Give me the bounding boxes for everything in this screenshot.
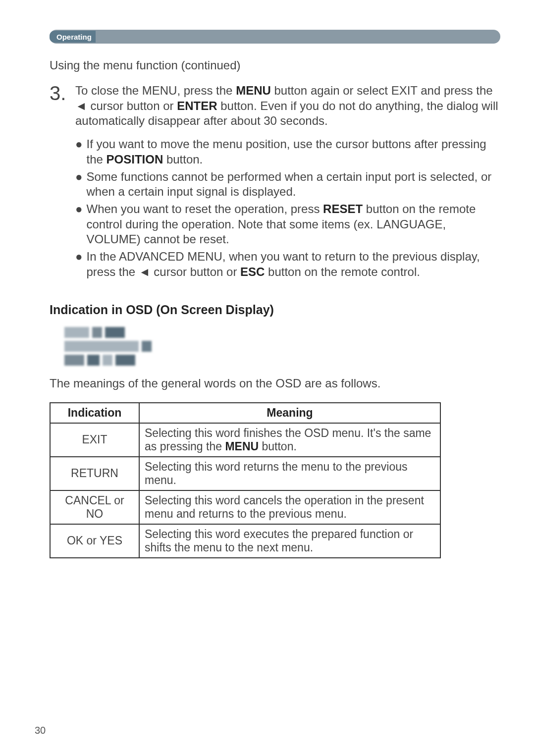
section-label: Operating — [50, 31, 96, 43]
bullet-item: ●When you want to reset the operation, p… — [75, 202, 500, 247]
meaning-cell: Selecting this word cancels the operatio… — [139, 490, 440, 524]
table-row: CANCEL or NOSelecting this word cancels … — [50, 490, 440, 524]
table-row: EXITSelecting this word finishes the OSD… — [50, 423, 440, 457]
osd-table: Indication Meaning EXITSelecting this wo… — [50, 402, 441, 558]
bullet-item: ●Some functions cannot be performed when… — [75, 169, 500, 200]
page-subtitle: Using the menu function (continued) — [50, 58, 500, 72]
table-header-indication: Indication — [50, 403, 139, 423]
bullet-dot: ● — [75, 202, 83, 217]
step-3: 3. To close the MENU, press the MENU but… — [50, 83, 500, 129]
indication-cell: RETURN — [50, 457, 139, 490]
meaning-cell: Selecting this word executes the prepare… — [139, 524, 440, 558]
indication-cell: OK or YES — [50, 524, 139, 558]
bullet-dot: ● — [75, 137, 83, 152]
osd-screenshot-placeholder — [64, 327, 163, 366]
osd-intro-text: The meanings of the general words on the… — [50, 377, 500, 390]
meaning-cell: Selecting this word returns the menu to … — [139, 457, 440, 490]
step-body: To close the MENU, press the MENU button… — [75, 83, 500, 129]
table-row: RETURNSelecting this word returns the me… — [50, 457, 440, 490]
step-number: 3. — [50, 83, 71, 103]
table-row: OK or YESSelecting this word executes th… — [50, 524, 440, 558]
bullet-dot: ● — [75, 249, 83, 265]
page-number: 30 — [35, 725, 46, 736]
bullet-list: ●If you want to move the menu position, … — [75, 137, 500, 279]
table-header-meaning: Meaning — [139, 403, 440, 423]
indication-cell: EXIT — [50, 423, 139, 457]
section-header-bar: Operating — [50, 30, 500, 44]
bullet-item: ●In the ADVANCED MENU, when you want to … — [75, 249, 500, 279]
bullet-item: ●If you want to move the menu position, … — [75, 137, 500, 167]
indication-cell: CANCEL or NO — [50, 490, 139, 524]
osd-heading: Indication in OSD (On Screen Display) — [50, 303, 500, 317]
bullet-dot: ● — [75, 169, 83, 185]
meaning-cell: Selecting this word finishes the OSD men… — [139, 423, 440, 457]
